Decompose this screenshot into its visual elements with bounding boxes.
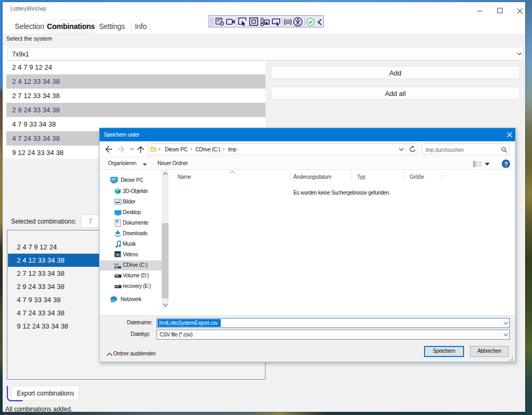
- svg-text:?: ?: [504, 161, 508, 167]
